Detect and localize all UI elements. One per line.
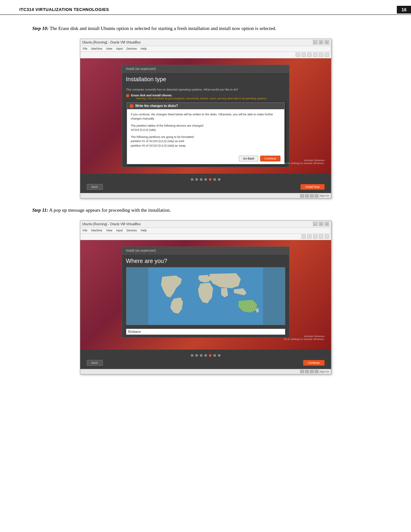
where-dialog-body xyxy=(122,267,289,335)
vbox-toolbar-1 xyxy=(80,52,331,58)
ubuntu-bottom-1: Back Install Now xyxy=(80,174,331,193)
page-header: 16 ITC314 VIRTUALIZATION TECHNOLOGIES xyxy=(0,0,411,15)
dot-1-6 xyxy=(213,178,216,181)
dot-1-7 xyxy=(218,178,220,181)
vbox-window-1: Ubuntu [Running] - Oracle VM VirtualBox … xyxy=(80,39,331,199)
vbox-titlebar-2: Ubuntu [Running] - Oracle VM VirtualBox … xyxy=(80,221,331,228)
install-dialog-body: This computer currently has no detected … xyxy=(122,85,289,167)
vbox-close-2[interactable]: × xyxy=(325,222,329,226)
status-icon-1 xyxy=(300,194,304,198)
vbox-maximize-1[interactable]: □ xyxy=(319,40,323,44)
menu-machine-1[interactable]: Machine xyxy=(91,47,102,50)
dots-row-2 xyxy=(87,352,325,359)
status-icon-2-3 xyxy=(310,370,314,373)
vbox-toolbar-2 xyxy=(80,234,331,240)
vbox-maximize-2[interactable]: □ xyxy=(319,222,323,226)
right-ctrl-label: Right Ctrl xyxy=(319,195,329,197)
status-icon-4 xyxy=(315,194,318,198)
vbox-titlebar-1: Ubuntu [Running] - Oracle VM VirtualBox … xyxy=(80,39,331,46)
vbox-window-2: Ubuntu [Running] - Oracle VM VirtualBox … xyxy=(80,220,331,374)
menu-devices-1[interactable]: Devices xyxy=(126,47,137,50)
popup-line1: If you continue, the changes listed belo… xyxy=(131,112,280,121)
go-back-button[interactable]: Go Back xyxy=(239,156,259,161)
activate-sub-1: Go to Settings to activate Windows. xyxy=(284,162,324,165)
menu-file-1[interactable]: File xyxy=(83,47,88,50)
erase-disk-warning: Warning: This will delete all your progr… xyxy=(136,97,267,100)
popup-line5: partition #1 of SCSI3 (0,0,0) (sda) as e… xyxy=(131,140,184,143)
toolbar-icon-3 xyxy=(307,53,312,57)
popup-actions: Go Back Continue xyxy=(127,154,284,164)
erase-disk-option[interactable]: Erase disk and install Ubuntu Warning: T… xyxy=(126,94,285,100)
menu-help-2[interactable]: Help xyxy=(141,229,147,232)
where-are-you-dialog: Install (as superuser) Where are you? xyxy=(122,247,289,338)
popup-title: Write the changes to disks? xyxy=(135,104,178,108)
dot-1-5 xyxy=(209,178,211,181)
dot-2-1 xyxy=(191,354,193,357)
vbox-minimize-2[interactable]: – xyxy=(313,222,318,226)
back-button-2[interactable]: Back xyxy=(87,360,103,366)
page-number: 16 xyxy=(397,6,411,14)
popup-body: If you continue, the changes listed belo… xyxy=(127,109,284,154)
step10-text: The Erase disk and install Ubuntu option… xyxy=(50,26,276,31)
menu-help-1[interactable]: Help xyxy=(141,47,147,50)
toolbar-icon-2-4 xyxy=(319,234,323,239)
status-icon-2-1 xyxy=(300,370,304,373)
vbox-close-1[interactable]: × xyxy=(325,40,329,44)
ubuntu-content-1: Install (as superuser) Installation type… xyxy=(80,58,331,174)
vbox-menubar-2: File Machine View Input Devices Help xyxy=(80,228,331,234)
back-button-1[interactable]: Back xyxy=(87,184,103,190)
ubuntu-bottom-2: Back Continue xyxy=(80,350,331,369)
menu-view-1[interactable]: View xyxy=(106,47,112,50)
where-dialog-title: Where are you? xyxy=(122,255,289,267)
dot-2-6 xyxy=(213,354,216,357)
ubuntu-content-2: Install (as superuser) Where are you? xyxy=(80,240,331,350)
popup-line3: SCSI3 (0,0,0) (sda) xyxy=(131,128,156,131)
install-question: This computer currently has no detected … xyxy=(126,88,285,91)
menu-file-2[interactable]: File xyxy=(83,229,88,232)
menu-input-2[interactable]: Input xyxy=(116,229,122,232)
svg-point-2 xyxy=(251,306,253,307)
step11-label: Step 11: xyxy=(32,208,48,213)
install-dialog-title: Installation type xyxy=(122,73,289,85)
vbox-menubar-1: File Machine View Input Devices Help xyxy=(80,46,331,52)
popup-line2: The partition tables of the following de… xyxy=(131,124,204,127)
vbox-controls-2: – □ × xyxy=(313,222,329,226)
dot-2-3 xyxy=(200,354,202,357)
erase-disk-radio[interactable] xyxy=(126,94,129,97)
continue-button-2[interactable]: Continue xyxy=(303,360,324,366)
world-map[interactable] xyxy=(126,267,285,325)
activate-windows-2: Activate Windows Go to Settings to activ… xyxy=(284,335,324,341)
step10-paragraph: Step 10: The Erase disk and install Ubun… xyxy=(32,24,379,33)
content-area: Step 10: The Erase disk and install Ubun… xyxy=(0,15,411,392)
toolbar-icon-5 xyxy=(319,53,323,57)
dots-row-1 xyxy=(87,176,325,183)
vbox-controls-1: – □ × xyxy=(313,40,329,44)
menu-view-2[interactable]: View xyxy=(106,229,112,232)
dot-2-7 xyxy=(218,354,220,357)
toolbar-icon-2-2 xyxy=(307,234,312,239)
status-icon-2 xyxy=(305,194,309,198)
popup-line6: partition #5 of SCSI3 (0,0,0) (sda) as s… xyxy=(131,144,186,147)
popup-close-btn[interactable] xyxy=(130,104,133,108)
menu-devices-2[interactable]: Devices xyxy=(126,229,137,232)
nav-row-2: Back Continue xyxy=(87,359,325,367)
vbox-title-1: Ubuntu [Running] - Oracle VM VirtualBox xyxy=(82,41,141,44)
menu-machine-2[interactable]: Machine xyxy=(91,229,102,232)
activate-sub-2: Go to Settings to activate Windows. xyxy=(284,338,324,341)
install-dialog-header: Install (as superuser) xyxy=(122,65,289,73)
dot-1-4 xyxy=(204,178,207,181)
location-field xyxy=(126,328,285,335)
dot-1-3 xyxy=(200,178,202,181)
dot-2-5 xyxy=(209,354,211,357)
toolbar-icon-2-1 xyxy=(301,234,306,239)
write-changes-popup: Write the changes to disks? If you conti… xyxy=(127,102,285,165)
menu-input-1[interactable]: Input xyxy=(116,47,122,50)
activate-text-2: Activate Windows xyxy=(284,335,324,338)
dot-1-2 xyxy=(195,178,198,181)
popup-line4: The following partitions are going to be… xyxy=(131,135,195,139)
vbox-minimize-1[interactable]: – xyxy=(313,40,318,44)
erase-disk-label: Erase disk and install Ubuntu xyxy=(131,94,267,97)
install-now-button[interactable]: Install Now xyxy=(300,184,324,190)
location-input[interactable] xyxy=(126,329,285,335)
continue-button[interactable]: Continue xyxy=(260,156,280,161)
